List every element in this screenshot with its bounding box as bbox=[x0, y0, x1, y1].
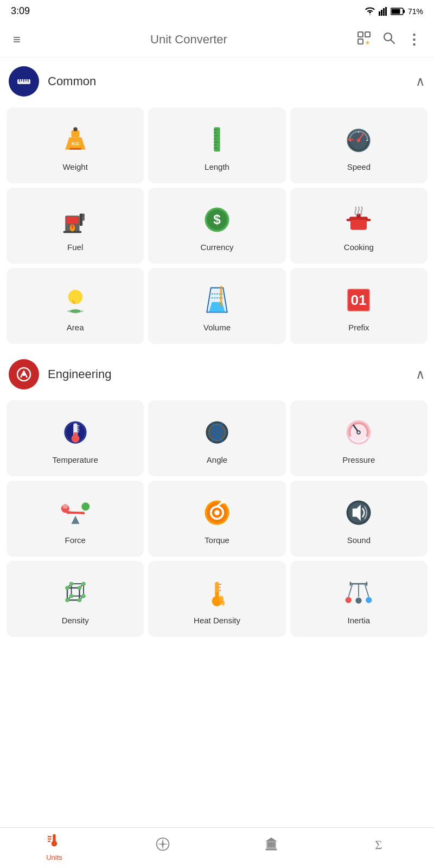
svg-rect-42 bbox=[79, 215, 82, 226]
angle-card[interactable]: Angle bbox=[148, 400, 285, 476]
svg-rect-0 bbox=[379, 11, 380, 16]
app-bar: ≡ Unit Converter ★ ⋮ bbox=[0, 22, 434, 58]
svg-rect-17 bbox=[25, 79, 27, 81]
inertia-card[interactable]: Inertia bbox=[290, 561, 427, 637]
svg-rect-53 bbox=[347, 219, 352, 221]
svg-point-122 bbox=[69, 593, 73, 598]
density-label: Density bbox=[62, 616, 89, 625]
svg-rect-26 bbox=[214, 132, 216, 133]
svg-rect-130 bbox=[219, 590, 221, 591]
nav-units[interactable]: Units bbox=[0, 832, 108, 861]
torque-card[interactable]: Torque bbox=[148, 481, 285, 557]
engineering-collapse-button[interactable]: ∧ bbox=[416, 367, 425, 382]
currency-card[interactable]: $ Currency bbox=[148, 188, 285, 264]
cooking-icon bbox=[341, 202, 376, 237]
svg-point-98 bbox=[62, 504, 67, 509]
torque-icon bbox=[200, 495, 234, 530]
battery-percent: 71% bbox=[408, 7, 423, 16]
angle-icon bbox=[200, 415, 234, 450]
svg-rect-144 bbox=[48, 838, 52, 839]
engineering-section-icon bbox=[9, 359, 39, 390]
svg-point-92 bbox=[358, 431, 360, 433]
svg-point-97 bbox=[81, 502, 90, 510]
length-card[interactable]: Length bbox=[148, 107, 285, 183]
fuel-icon bbox=[58, 202, 93, 237]
grid-favorites-button[interactable]: ★ bbox=[353, 27, 375, 53]
battery-icon bbox=[391, 7, 405, 16]
force-label: Force bbox=[65, 535, 85, 545]
pressure-card[interactable]: Pressure bbox=[290, 400, 427, 476]
svg-rect-7 bbox=[358, 32, 363, 37]
grid-star-icon: ★ bbox=[357, 31, 371, 45]
weight-icon: KG bbox=[58, 122, 93, 157]
force-card[interactable]: Force bbox=[7, 481, 144, 557]
svg-rect-39 bbox=[348, 138, 354, 141]
nav-compass[interactable] bbox=[108, 837, 217, 858]
heatdensity-card[interactable]: Heat Density bbox=[148, 561, 285, 637]
svg-point-120 bbox=[81, 582, 86, 586]
svg-rect-143 bbox=[48, 836, 52, 837]
wifi-icon bbox=[365, 7, 375, 16]
density-icon bbox=[58, 576, 93, 610]
svg-rect-41 bbox=[66, 216, 79, 224]
svg-point-139 bbox=[366, 597, 372, 603]
svg-text:$: $ bbox=[213, 212, 221, 226]
temperature-label: Temperature bbox=[53, 455, 98, 464]
svg-rect-8 bbox=[365, 32, 370, 37]
svg-rect-125 bbox=[215, 592, 219, 601]
weight-label: Weight bbox=[62, 162, 87, 171]
inertia-label: Inertia bbox=[347, 616, 370, 625]
svg-rect-128 bbox=[219, 584, 221, 585]
svg-rect-16 bbox=[23, 79, 24, 82]
sound-card[interactable]: Sound bbox=[290, 481, 427, 557]
svg-text:01: 01 bbox=[351, 292, 367, 308]
svg-rect-142 bbox=[53, 839, 55, 844]
cooking-card[interactable]: Cooking bbox=[290, 188, 427, 264]
svg-point-103 bbox=[214, 510, 219, 515]
temperature-card[interactable]: Temperature bbox=[7, 400, 144, 476]
prefix-icon: 01 bbox=[341, 283, 376, 317]
common-section-header: Common ∧ bbox=[0, 58, 434, 105]
speed-card[interactable]: Speed bbox=[290, 107, 427, 183]
heatdensity-label: Heat Density bbox=[194, 616, 240, 625]
units-nav-icon bbox=[47, 832, 62, 851]
prefix-label: Prefix bbox=[348, 323, 369, 332]
svg-rect-63 bbox=[220, 285, 222, 306]
area-icon bbox=[58, 283, 93, 317]
svg-rect-73 bbox=[74, 432, 77, 438]
museum-nav-icon bbox=[264, 837, 279, 856]
volume-card[interactable]: Volume bbox=[148, 268, 285, 344]
bottom-nav: Units Σ bbox=[0, 827, 434, 868]
svg-rect-77 bbox=[77, 431, 79, 432]
svg-rect-153 bbox=[270, 842, 272, 847]
menu-button[interactable]: ≡ bbox=[9, 28, 25, 52]
status-time: 3:09 bbox=[11, 5, 30, 17]
more-button[interactable]: ⋮ bbox=[403, 27, 425, 53]
prefix-card[interactable]: 01 Prefix bbox=[290, 268, 427, 344]
area-card[interactable]: Area bbox=[7, 268, 144, 344]
svg-point-149 bbox=[162, 843, 164, 845]
density-card[interactable]: Density bbox=[7, 561, 144, 637]
search-button[interactable] bbox=[378, 27, 400, 53]
ruler-icon bbox=[15, 73, 33, 90]
common-collapse-button[interactable]: ∧ bbox=[416, 74, 425, 89]
engineering-section-title: Engineering bbox=[48, 367, 416, 381]
fuel-card[interactable]: Fuel bbox=[7, 188, 144, 264]
svg-rect-3 bbox=[385, 7, 387, 16]
svg-rect-18 bbox=[28, 79, 29, 82]
pressure-label: Pressure bbox=[342, 455, 375, 464]
sound-icon bbox=[341, 495, 376, 530]
svg-rect-6 bbox=[391, 9, 400, 14]
svg-point-116 bbox=[77, 585, 81, 590]
app-title: Unit Converter bbox=[25, 33, 353, 47]
weight-card[interactable]: KG Weight bbox=[7, 107, 144, 183]
svg-rect-44 bbox=[82, 213, 85, 220]
length-icon bbox=[200, 122, 234, 157]
nav-sigma[interactable]: Σ bbox=[326, 837, 434, 858]
nav-museum[interactable] bbox=[217, 837, 326, 858]
svg-marker-95 bbox=[71, 515, 79, 524]
app-bar-actions: ★ ⋮ bbox=[353, 27, 425, 53]
svg-point-127 bbox=[221, 601, 225, 605]
length-label: Length bbox=[205, 162, 229, 171]
sound-label: Sound bbox=[347, 535, 371, 545]
